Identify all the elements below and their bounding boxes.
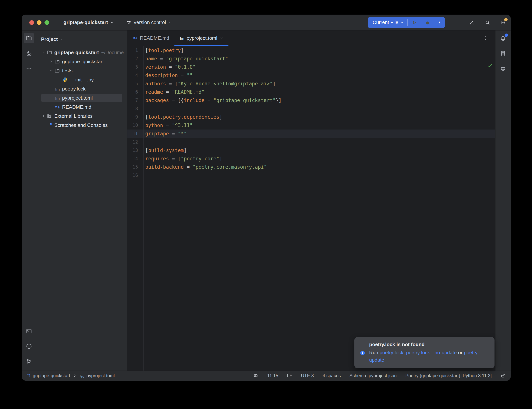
notifications-button[interactable] bbox=[498, 33, 508, 44]
status-widget-utf-8[interactable]: UTF-8 bbox=[301, 373, 314, 378]
tree-item-external-libraries[interactable]: External Libraries bbox=[36, 112, 127, 121]
screenshot-canvas: griptape-quickstart Version control Curr… bbox=[0, 0, 532, 409]
vcs-widget[interactable]: Version control bbox=[124, 18, 174, 27]
editor-tab-readme-md[interactable]: M README.md bbox=[128, 30, 174, 46]
tool-window-database-button[interactable] bbox=[498, 48, 508, 59]
chevron-down-icon bbox=[59, 37, 63, 41]
copilot-status-button[interactable] bbox=[498, 64, 508, 74]
code-line-11[interactable]: 11 griptape = "*" bbox=[128, 130, 495, 138]
play-icon bbox=[411, 20, 417, 25]
breadcrumb-item[interactable] bbox=[72, 373, 77, 378]
project-sq-icon bbox=[26, 373, 31, 378]
tree-item-poetry-lock[interactable]: [T] poetry.lock bbox=[36, 84, 127, 93]
minimize-window-button[interactable] bbox=[37, 20, 41, 25]
line-number: 6 bbox=[128, 88, 143, 96]
close-window-button[interactable] bbox=[29, 20, 34, 25]
code-line-5[interactable]: 5 authors = ["Kyle Roche <hello@griptape… bbox=[128, 80, 495, 88]
structure-icon bbox=[26, 50, 32, 56]
tool-window-git-button[interactable] bbox=[24, 356, 34, 367]
run-configuration-label: Current File bbox=[373, 19, 398, 25]
tree-item-scratches-and-consoles[interactable]: Scratches and Consoles bbox=[36, 121, 127, 130]
code-line-10[interactable]: 10 python = "^3.11" bbox=[128, 121, 495, 130]
settings-update-badge bbox=[504, 18, 508, 21]
markdown-icon: M bbox=[132, 35, 138, 41]
tool-window-project-button[interactable] bbox=[24, 33, 34, 43]
code-line-15[interactable]: 15 build-backend = "poetry.core.masonry.… bbox=[128, 163, 495, 171]
tree-item-label: poetry.lock bbox=[62, 86, 86, 92]
project-switcher[interactable]: griptape-quickstart bbox=[62, 18, 116, 27]
toml-icon: [T] bbox=[54, 86, 60, 92]
line-number: 1 bbox=[128, 46, 143, 55]
tree-item-pyproject-toml[interactable]: [T] pyproject.toml bbox=[36, 93, 127, 102]
svg-text:[T]: [T] bbox=[181, 38, 184, 40]
debug-button[interactable] bbox=[421, 17, 434, 28]
line-number: 12 bbox=[128, 138, 143, 146]
code-line-7[interactable]: 7 packages = [{include = "griptape_quick… bbox=[128, 96, 495, 104]
run-configuration-selector[interactable]: Current File bbox=[368, 17, 407, 28]
more-run-options-button[interactable] bbox=[434, 17, 445, 28]
tool-window-structure-button[interactable] bbox=[24, 48, 34, 58]
code-line-13[interactable]: 13 [build-system] bbox=[128, 146, 495, 155]
toml-icon: [T] bbox=[80, 373, 84, 378]
code-line-4[interactable]: 4 description = "" bbox=[128, 71, 495, 80]
notification-text: Run bbox=[369, 350, 380, 355]
chevron-right-icon[interactable] bbox=[48, 59, 54, 64]
breadcrumb-item[interactable]: [T]pyproject.toml bbox=[80, 373, 115, 378]
tree-item-readme-md[interactable]: M README.md bbox=[36, 102, 127, 112]
line-number: 5 bbox=[128, 80, 143, 88]
run-button[interactable] bbox=[408, 17, 421, 28]
tab-options-button[interactable] bbox=[482, 34, 490, 42]
tree-item-griptape-quickstart[interactable]: griptape-quickstart ~/Docume bbox=[36, 48, 127, 57]
status-widget-poetry[interactable]: Poetry (griptape-quickstart) [Python 3.1… bbox=[405, 373, 492, 378]
chevron-down-icon bbox=[168, 21, 172, 24]
chevron-down-icon[interactable] bbox=[48, 68, 54, 73]
notification-action-link[interactable]: poetry lock bbox=[380, 350, 404, 355]
status-widget[interactable] bbox=[500, 373, 506, 378]
tree-item-label: External Libraries bbox=[54, 113, 92, 119]
notification-title: poetry.lock is not found bbox=[369, 342, 486, 347]
tool-window-problems-button[interactable] bbox=[24, 341, 34, 352]
ide-window: griptape-quickstart Version control Curr… bbox=[22, 15, 511, 381]
status-widget[interactable] bbox=[253, 373, 258, 378]
code-line-1[interactable]: 1 [tool.poetry] bbox=[128, 46, 495, 55]
code-line-2[interactable]: 2 name = "griptape-quickstart" bbox=[128, 55, 495, 63]
code-with-me-button[interactable] bbox=[468, 18, 476, 27]
search-everywhere-button[interactable] bbox=[483, 18, 492, 27]
code-line-3[interactable]: 3 version = "0.1.0" bbox=[128, 63, 495, 71]
breadcrumb-item[interactable]: griptape-quickstart bbox=[26, 373, 70, 378]
ellipsis-icon bbox=[26, 65, 32, 72]
chevron-down-icon[interactable] bbox=[41, 50, 46, 55]
status-widget-11-15[interactable]: 11:15 bbox=[267, 373, 278, 378]
status-widget-lf[interactable]: LF bbox=[287, 373, 292, 378]
main-area: Project griptape-quickstart ~/Docume gri… bbox=[22, 30, 511, 371]
notification-badge bbox=[504, 34, 508, 37]
info-icon bbox=[360, 342, 365, 364]
project-panel-header[interactable]: Project bbox=[36, 30, 127, 48]
code-line-12[interactable]: 12 bbox=[128, 138, 495, 146]
zoom-window-button[interactable] bbox=[45, 20, 49, 25]
project-tree: griptape-quickstart ~/Docume griptape_qu… bbox=[36, 48, 127, 130]
inspections-ok-check-icon[interactable] bbox=[487, 63, 493, 68]
tool-window-terminal-button[interactable] bbox=[24, 326, 34, 336]
tree-item--init-py[interactable]: __init__.py bbox=[36, 75, 127, 84]
code-line-14[interactable]: 14 requires = ["poetry-core"] bbox=[128, 155, 495, 163]
close-tab-icon[interactable] bbox=[220, 36, 224, 40]
status-widget-schema-[interactable]: Schema: pyproject.json bbox=[349, 373, 397, 378]
notification-action-link[interactable]: poetry lock --no-update bbox=[406, 350, 457, 355]
status-widget-4[interactable]: 4 spaces bbox=[323, 373, 341, 378]
code-line-16[interactable]: 16 bbox=[128, 171, 495, 179]
chevron-right-icon[interactable] bbox=[41, 114, 46, 118]
code-editor[interactable]: 1 [tool.poetry] 2 name = "griptape-quick… bbox=[128, 46, 495, 371]
code-line-6[interactable]: 6 readme = "README.md" bbox=[128, 88, 495, 96]
more-tool-windows-button[interactable] bbox=[24, 63, 34, 74]
code-line-8[interactable]: 8 bbox=[128, 104, 495, 113]
editor-tab-pyproject-toml[interactable]: [T] pyproject.toml bbox=[174, 30, 229, 46]
tree-item-tests[interactable]: tests bbox=[36, 66, 127, 75]
settings-button[interactable] bbox=[499, 18, 507, 27]
tree-item-label: griptape-quickstart bbox=[54, 50, 99, 56]
folder-icon bbox=[26, 35, 32, 41]
database-icon bbox=[500, 50, 506, 57]
code-line-9[interactable]: 9 [tool.poetry.dependencies] bbox=[128, 113, 495, 121]
tree-item-griptape-quickstart[interactable]: griptape_quickstart bbox=[36, 57, 127, 66]
folder-dot-icon bbox=[54, 59, 60, 64]
